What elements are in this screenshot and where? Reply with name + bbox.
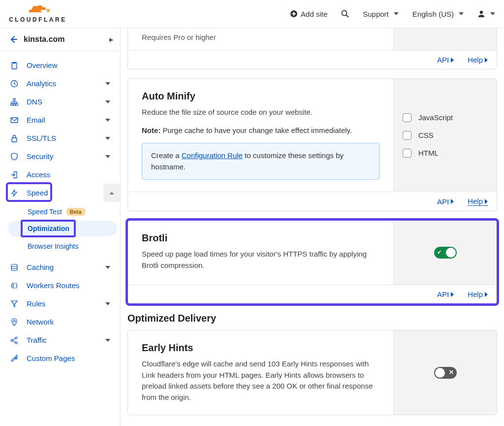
sidebar-item-label: Speed bbox=[27, 189, 48, 197]
clipboard-icon bbox=[10, 62, 19, 69]
sidebar-item-custompages[interactable]: Custom Pages bbox=[0, 349, 120, 367]
sidebar-item-label: Access bbox=[27, 170, 50, 179]
lock-icon bbox=[10, 134, 19, 142]
sidebar-item-access[interactable]: Access bbox=[0, 165, 120, 184]
chevron-right-icon bbox=[485, 58, 488, 63]
svg-point-16 bbox=[13, 320, 15, 322]
database-icon bbox=[10, 263, 19, 271]
sidebar-item-label: Security bbox=[27, 152, 53, 161]
checkbox-icon[interactable] bbox=[403, 113, 411, 122]
card-description: Cloudflare's edge will cache and send 10… bbox=[142, 359, 379, 403]
sidebar-item-traffic[interactable]: Traffic bbox=[0, 331, 120, 349]
svg-rect-2 bbox=[292, 13, 296, 14]
pin-icon bbox=[10, 318, 19, 326]
sidebar-item-dns[interactable]: DNS bbox=[0, 93, 120, 111]
toggle-knob bbox=[435, 368, 445, 378]
sidebar-item-label: Speed Test bbox=[28, 208, 62, 216]
sidebar-item-security[interactable]: Security bbox=[0, 147, 120, 165]
checkbox-icon[interactable] bbox=[403, 131, 411, 140]
chevron-down-icon bbox=[394, 12, 399, 15]
sidebar-item-label: Optimization bbox=[28, 225, 69, 232]
brotli-toggle[interactable]: ✔ bbox=[434, 247, 457, 259]
info-text: Create a bbox=[151, 151, 182, 160]
brotli-control: ✔ bbox=[393, 221, 497, 285]
api-link[interactable]: API bbox=[437, 56, 454, 64]
card-title: Auto Minify bbox=[142, 91, 379, 102]
chevron-right-icon: ▶ bbox=[109, 36, 113, 43]
header-right: Add site Support English (US) bbox=[290, 10, 495, 18]
sidebar-item-email[interactable]: Email bbox=[0, 111, 120, 129]
help-link[interactable]: Help bbox=[468, 56, 488, 64]
chevron-down-icon bbox=[459, 12, 464, 15]
checkbox-label: JavaScript bbox=[418, 113, 453, 122]
language-dropdown[interactable]: English (US) bbox=[412, 10, 464, 18]
sidebar-subitem-browserinsights[interactable]: Browser Insights bbox=[0, 238, 120, 254]
svg-rect-11 bbox=[13, 103, 15, 105]
help-link[interactable]: Help bbox=[468, 197, 488, 206]
wrench-icon bbox=[10, 355, 19, 362]
sidebar-item-label: Traffic bbox=[27, 336, 47, 344]
chevron-down-icon bbox=[105, 266, 110, 269]
card-footer: API Help bbox=[128, 50, 497, 69]
checkbox-label: HTML bbox=[418, 149, 439, 157]
sidebar: kinsta.com ▶ Overview Analytics DNS Emai… bbox=[0, 28, 121, 426]
site-name: kinsta.com bbox=[24, 35, 65, 44]
card-footer: API Help bbox=[128, 285, 497, 303]
sidebar-item-caching[interactable]: Caching bbox=[0, 258, 120, 276]
sidebar-item-network[interactable]: Network bbox=[0, 313, 120, 331]
bolt-icon bbox=[10, 189, 19, 197]
api-link[interactable]: API bbox=[437, 197, 454, 206]
sidebar-item-label: Rules bbox=[27, 299, 45, 308]
sidebar-item-rules[interactable]: Rules bbox=[0, 295, 120, 313]
chevron-right-icon bbox=[451, 292, 454, 297]
chevron-right-icon bbox=[451, 199, 454, 204]
sidebar-subitem-optimization[interactable]: Optimization bbox=[8, 221, 117, 236]
sidebar-item-workers[interactable]: Workers Routes bbox=[0, 276, 120, 295]
sidebar-item-overview[interactable]: Overview bbox=[0, 56, 120, 74]
configuration-rule-link[interactable]: Configuration Rule bbox=[182, 151, 243, 160]
filter-icon bbox=[10, 300, 19, 308]
search-button[interactable] bbox=[341, 10, 349, 18]
chevron-down-icon bbox=[490, 12, 495, 15]
checkbox-javascript[interactable]: JavaScript bbox=[403, 113, 488, 122]
clock-icon bbox=[10, 80, 19, 88]
sidebar-subitem-speedtest[interactable]: Speed Test Beta bbox=[0, 204, 120, 220]
sidebar-item-analytics[interactable]: Analytics bbox=[0, 74, 120, 93]
sidebar-item-label: Caching bbox=[27, 263, 54, 271]
link-label: Help bbox=[468, 197, 483, 205]
account-dropdown[interactable] bbox=[477, 10, 495, 18]
sidebar-item-label: Browser Insights bbox=[28, 242, 78, 250]
svg-rect-10 bbox=[11, 103, 13, 105]
chevron-down-icon bbox=[105, 119, 110, 122]
sidebar-item-ssl[interactable]: SSL/TLS bbox=[0, 129, 120, 147]
svg-point-19 bbox=[15, 342, 17, 344]
card-title: Brotli bbox=[142, 232, 379, 244]
add-site-button[interactable]: Add site bbox=[290, 10, 327, 18]
support-dropdown[interactable]: Support bbox=[363, 10, 399, 18]
add-site-label: Add site bbox=[301, 10, 327, 18]
api-link[interactable]: API bbox=[437, 290, 454, 298]
checkbox-html[interactable]: HTML bbox=[403, 149, 488, 158]
site-switcher[interactable]: kinsta.com ▶ bbox=[0, 28, 120, 51]
checkbox-css[interactable]: CSS bbox=[403, 131, 488, 140]
card-description: Reduce the file size of source code on y… bbox=[142, 107, 379, 118]
sidebar-item-speed[interactable]: Speed bbox=[0, 184, 120, 202]
checkbox-icon[interactable] bbox=[403, 149, 411, 158]
svg-point-15 bbox=[11, 264, 17, 266]
checkbox-label: CSS bbox=[418, 131, 434, 139]
help-link[interactable]: Help bbox=[468, 290, 488, 298]
collapse-toggle[interactable] bbox=[103, 184, 120, 202]
chevron-down-icon bbox=[105, 155, 110, 158]
cloudflare-logo[interactable]: CLOUDFLARE bbox=[9, 4, 67, 23]
card-title: Early Hints bbox=[142, 342, 379, 354]
card-note: Note: Purge cache to have your change ta… bbox=[142, 125, 379, 136]
speed-subnav: Speed Test Beta Optimization Browser Ins… bbox=[0, 202, 120, 258]
svg-rect-7 bbox=[13, 62, 16, 64]
plus-circle-icon bbox=[290, 10, 298, 18]
layout: kinsta.com ▶ Overview Analytics DNS Emai… bbox=[0, 28, 504, 426]
user-icon bbox=[477, 10, 485, 18]
link-label: Help bbox=[468, 290, 483, 298]
sidebar-item-label: Network bbox=[27, 318, 54, 326]
earlyhints-toggle[interactable]: ✕ bbox=[434, 367, 457, 379]
svg-point-17 bbox=[11, 339, 13, 341]
